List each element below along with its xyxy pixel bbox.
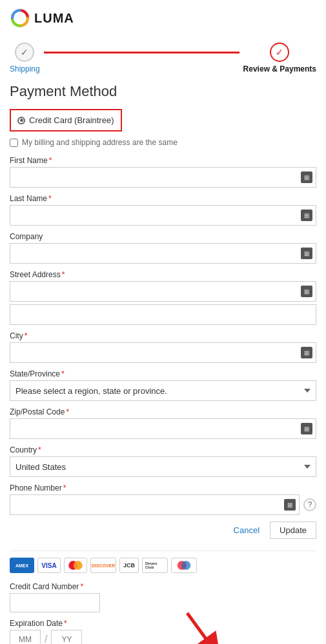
country-select[interactable]: United States bbox=[10, 456, 316, 477]
arrow-pointer bbox=[174, 607, 226, 644]
expiry-separator: / bbox=[45, 634, 47, 644]
first-name-label: First Name* bbox=[10, 156, 316, 165]
jcb-icon: JCB bbox=[119, 558, 139, 573]
divider bbox=[10, 551, 316, 551]
billing-same-checkbox[interactable] bbox=[10, 139, 18, 147]
payment-method-label: Credit Card (Braintree) bbox=[29, 115, 114, 125]
cc-number-input[interactable] bbox=[10, 593, 100, 612]
last-name-label: Last Name* bbox=[10, 194, 316, 203]
required-star: * bbox=[49, 156, 52, 165]
street-address-input[interactable] bbox=[10, 281, 316, 302]
svg-line-5 bbox=[187, 613, 213, 644]
phone-wrapper: ? bbox=[10, 494, 316, 515]
required-star: * bbox=[80, 582, 83, 591]
main-content: Payment Method Credit Card (Braintree) M… bbox=[0, 83, 326, 644]
company-input[interactable] bbox=[10, 243, 316, 264]
required-star: * bbox=[63, 483, 66, 493]
cc-number-group: Credit Card Number* bbox=[10, 582, 316, 612]
cc-number-label: Credit Card Number* bbox=[10, 582, 316, 591]
phone-input-inner-wrap bbox=[10, 494, 300, 515]
zip-wrapper bbox=[10, 418, 316, 439]
input-autocomplete-icon bbox=[301, 347, 312, 358]
amex-icon: AMEX bbox=[10, 558, 34, 573]
input-autocomplete-icon bbox=[301, 248, 312, 259]
zip-input[interactable] bbox=[10, 418, 316, 439]
logo-text: LUMA bbox=[34, 11, 74, 26]
step-review: ✓ Review & Payments bbox=[243, 43, 316, 73]
discover-icon: DISCOVER bbox=[90, 558, 116, 573]
expiry-row: / bbox=[10, 630, 316, 644]
phone-help-icon[interactable]: ? bbox=[303, 498, 316, 511]
arrow-svg bbox=[174, 607, 226, 644]
company-group: Company bbox=[10, 232, 316, 264]
maestro-icon bbox=[171, 558, 197, 573]
input-autocomplete-icon bbox=[301, 210, 312, 221]
expiry-label: Expiration Date* bbox=[10, 619, 316, 628]
logo-icon bbox=[10, 8, 30, 28]
street-address-group: Street Address* bbox=[10, 270, 316, 325]
logo: LUMA bbox=[10, 8, 74, 28]
step2-label: Review & Payments bbox=[243, 64, 316, 73]
step-shipping: ✓ Shipping bbox=[10, 43, 40, 73]
required-star: * bbox=[64, 619, 67, 628]
phone-group: Phone Number* ? bbox=[10, 483, 316, 515]
action-buttons: Cancel Update bbox=[10, 522, 316, 539]
payment-method-option[interactable]: Credit Card (Braintree) bbox=[10, 109, 122, 132]
input-autocomplete-icon bbox=[301, 286, 312, 297]
visa-icon: VISA bbox=[37, 558, 61, 573]
required-star: * bbox=[25, 331, 28, 340]
billing-same-label: My billing and shipping address are the … bbox=[22, 138, 178, 147]
street-address-label: Street Address* bbox=[10, 270, 316, 279]
required-star: * bbox=[61, 369, 65, 378]
first-name-wrapper bbox=[10, 167, 316, 188]
phone-input-wrap bbox=[10, 494, 300, 515]
billing-same-row: My billing and shipping address are the … bbox=[10, 138, 316, 147]
input-autocomplete-icon bbox=[301, 171, 312, 183]
required-star: * bbox=[62, 270, 65, 279]
last-name-wrapper bbox=[10, 205, 316, 226]
input-autocomplete-icon bbox=[301, 423, 312, 434]
last-name-group: Last Name* bbox=[10, 194, 316, 226]
zip-group: Zip/Postal Code* bbox=[10, 407, 316, 439]
first-name-input[interactable] bbox=[10, 167, 316, 188]
card-icons: AMEX VISA DISCOVER JCB Diners Club bbox=[10, 558, 316, 573]
radio-input[interactable] bbox=[17, 117, 25, 124]
required-star: * bbox=[38, 445, 41, 454]
state-label: State/Province* bbox=[10, 369, 316, 378]
checkout-steps: ✓ Shipping ✓ Review & Payments bbox=[0, 36, 326, 83]
zip-label: Zip/Postal Code* bbox=[10, 407, 316, 416]
street-address-line2-input[interactable] bbox=[10, 304, 316, 325]
header: LUMA bbox=[0, 0, 326, 36]
step1-circle: ✓ bbox=[15, 43, 34, 62]
company-label: Company bbox=[10, 232, 316, 241]
state-group: State/Province* Please select a region, … bbox=[10, 369, 316, 401]
phone-input[interactable] bbox=[10, 494, 300, 515]
expiry-mm-input[interactable] bbox=[10, 630, 41, 644]
required-star: * bbox=[66, 407, 69, 416]
state-select[interactable]: Please select a region, state or provinc… bbox=[10, 380, 316, 401]
step1-label[interactable]: Shipping bbox=[10, 64, 40, 73]
step2-circle: ✓ bbox=[270, 43, 289, 62]
phone-label: Phone Number* bbox=[10, 483, 316, 493]
company-wrapper bbox=[10, 243, 316, 264]
last-name-input[interactable] bbox=[10, 205, 316, 226]
step-connector bbox=[44, 52, 239, 54]
page-title: Payment Method bbox=[10, 83, 316, 100]
city-group: City* bbox=[10, 331, 316, 363]
diners-icon: Diners Club bbox=[142, 558, 168, 573]
expiry-group: Expiration Date* / bbox=[10, 619, 316, 644]
city-wrapper bbox=[10, 342, 316, 363]
first-name-group: First Name* bbox=[10, 156, 316, 188]
city-input[interactable] bbox=[10, 342, 316, 363]
required-star: * bbox=[48, 194, 52, 203]
input-autocomplete-icon bbox=[284, 499, 296, 511]
svg-point-4 bbox=[181, 561, 190, 570]
update-button[interactable]: Update bbox=[270, 522, 316, 539]
country-group: Country* United States bbox=[10, 445, 316, 477]
mastercard-icon bbox=[64, 558, 87, 573]
expiry-yy-input[interactable] bbox=[51, 630, 82, 644]
svg-point-2 bbox=[74, 561, 83, 570]
cancel-button[interactable]: Cancel bbox=[229, 522, 265, 539]
city-label: City* bbox=[10, 331, 316, 340]
street-address-wrapper bbox=[10, 281, 316, 302]
